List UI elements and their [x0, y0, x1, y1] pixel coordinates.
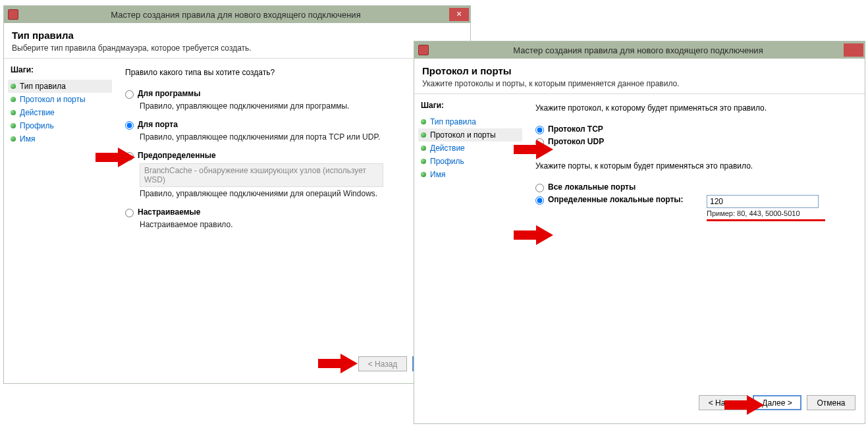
option-program[interactable]: Для программы: [125, 89, 461, 99]
step-protocol-ports[interactable]: Протокол и порты: [8, 93, 112, 106]
bullet-icon: [421, 172, 426, 177]
step-rule-type[interactable]: Тип правила: [8, 80, 112, 93]
ports-input[interactable]: [707, 195, 819, 208]
bullet-icon: [11, 97, 16, 102]
step-label: Протокол и порты: [20, 95, 86, 104]
option-label: Определенные локальные порты:: [548, 195, 684, 204]
radio-custom[interactable]: [125, 209, 134, 217]
option-label: Для порта: [138, 120, 178, 129]
option-predefined-desc: Правило, управляющее подключениями для о…: [140, 189, 461, 198]
radio-port[interactable]: [125, 121, 134, 130]
option-program-desc: Правило, управляющее подключениями для п…: [140, 101, 461, 111]
window-title: Мастер создания правила для нового входя…: [22, 10, 449, 20]
page-title: Протокол и порты: [422, 65, 857, 76]
option-label: Протокол UDP: [548, 137, 604, 146]
step-protocol-ports[interactable]: Протокол и порты: [418, 128, 522, 142]
step-profile[interactable]: Профиль: [8, 119, 112, 132]
titlebar[interactable]: Мастер создания правила для нового входя…: [414, 41, 865, 59]
step-label: Профиль: [20, 121, 54, 130]
option-predefined[interactable]: Предопределенные: [125, 151, 461, 161]
wizard-header: Тип правила Выберите тип правила брандма…: [4, 23, 470, 59]
steps-sidebar: Шаги: Тип правила Протокол и порты Дейст…: [4, 59, 116, 383]
radio-program[interactable]: [125, 90, 134, 99]
ports-hint-text: Пример: 80, 443, 5000-5010: [707, 209, 825, 221]
step-label: Имя: [430, 170, 445, 179]
steps-heading: Шаги:: [418, 101, 522, 110]
option-label: Протокол TCP: [548, 124, 603, 134]
radio-udp[interactable]: [535, 138, 544, 147]
bullet-icon: [421, 132, 426, 138]
back-button[interactable]: < Назад: [358, 356, 407, 371]
wizard-footer: < Назад Далее > Отмена: [526, 389, 865, 418]
bullet-icon: [421, 146, 426, 151]
ports-question: Укажите порты, к которым будет применять…: [535, 161, 855, 171]
step-label: Протокол и порты: [430, 130, 496, 140]
step-label: Имя: [20, 134, 35, 144]
window-title: Мастер создания правила для нового входя…: [433, 45, 844, 55]
step-label: Тип правила: [20, 82, 66, 91]
radio-tcp[interactable]: [535, 126, 544, 134]
bullet-icon: [11, 123, 16, 128]
option-label: Предопределенные: [138, 151, 216, 160]
option-custom-desc: Настраиваемое правило.: [140, 220, 461, 229]
option-label: Настраиваемые: [138, 207, 200, 217]
content-question: Правило какого типа вы хотите создать?: [125, 68, 461, 77]
option-label: Для программы: [138, 89, 200, 98]
step-label: Действие: [20, 108, 55, 117]
wizard-window-protocol-ports: Мастер создания правила для нового входя…: [414, 41, 865, 424]
close-button[interactable]: [844, 43, 863, 57]
option-port-desc: Правило, управляющее подключениями для п…: [140, 132, 461, 142]
wizard-header: Протокол и порты Укажите протоколы и пор…: [414, 59, 865, 94]
page-subtitle: Выберите тип правила брандмауэра, которо…: [12, 43, 462, 53]
firewall-icon: [418, 45, 429, 55]
option-all-ports[interactable]: Все локальные порты: [535, 182, 855, 192]
ports-hint: Пример: 80, 443, 5000-5010: [707, 209, 825, 221]
option-specific-ports[interactable]: Определенные локальные порты:: [535, 195, 707, 205]
protocol-question: Укажите протокол, к которому будет приме…: [535, 103, 855, 113]
step-name[interactable]: Имя: [8, 132, 112, 146]
step-action[interactable]: Действие: [8, 106, 112, 119]
bullet-icon: [11, 110, 16, 115]
titlebar[interactable]: Мастер создания правила для нового входя…: [4, 6, 470, 23]
option-tcp[interactable]: Протокол TCP: [535, 124, 855, 134]
option-port[interactable]: Для порта: [125, 120, 461, 130]
page-subtitle: Укажите протоколы и порты, к которым при…: [422, 79, 857, 88]
step-action[interactable]: Действие: [418, 142, 522, 155]
close-button[interactable]: ×: [449, 8, 469, 21]
bullet-icon: [11, 136, 16, 142]
wizard-content: Укажите протокол, к которому будет приме…: [526, 94, 865, 422]
option-udp[interactable]: Протокол UDP: [535, 137, 855, 147]
step-label: Профиль: [430, 157, 464, 166]
firewall-icon: [8, 9, 18, 20]
cancel-button[interactable]: Отмена: [807, 395, 855, 410]
option-custom[interactable]: Настраиваемые: [125, 207, 461, 217]
step-label: Тип правила: [430, 117, 476, 126]
steps-heading: Шаги:: [8, 65, 112, 74]
step-label: Действие: [430, 144, 465, 153]
bullet-icon: [421, 159, 426, 164]
next-button[interactable]: Далее >: [753, 395, 801, 410]
radio-specific-ports[interactable]: [535, 196, 544, 205]
page-title: Тип правила: [12, 30, 462, 41]
radio-all-ports[interactable]: [535, 184, 544, 192]
predefined-select[interactable]: BranchCache - обнаружение кэширующих узл…: [140, 163, 383, 187]
step-rule-type[interactable]: Тип правила: [418, 115, 522, 128]
option-label: Все локальные порты: [548, 182, 636, 192]
back-button[interactable]: < Назад: [699, 395, 747, 410]
step-name[interactable]: Имя: [418, 168, 522, 181]
bullet-icon: [421, 119, 426, 124]
bullet-icon: [11, 84, 16, 89]
step-profile[interactable]: Профиль: [418, 155, 522, 168]
radio-predefined[interactable]: [125, 152, 134, 161]
steps-sidebar: Шаги: Тип правила Протокол и порты Дейст…: [414, 94, 526, 422]
wizard-window-rule-type: Мастер создания правила для нового входя…: [3, 5, 471, 384]
